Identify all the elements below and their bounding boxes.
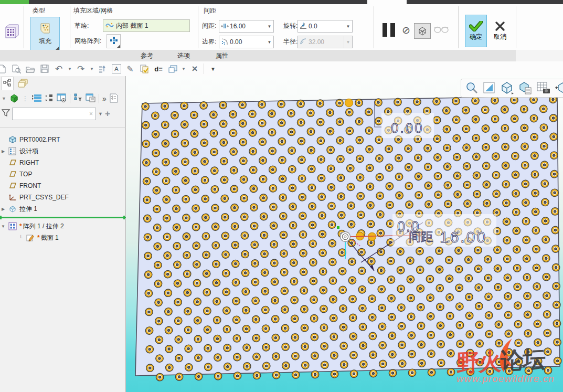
tab-properties[interactable]: 属性 [204,50,240,61]
cancel-x-icon [495,21,505,31]
tree-doc-icon[interactable] [110,93,118,104]
toolbar-more-icon[interactable]: » [102,94,107,103]
cancel-button[interactable]: 取消 [489,15,511,47]
tree-options-dropdown-icon[interactable]: ▼ [2,96,6,101]
toolbar-overflow-icon[interactable]: ▼ [208,63,218,74]
tree-filter-icon[interactable] [73,93,82,104]
model-tree-item[interactable]: PRT0002.PRT [0,134,126,145]
preview-geometry-toggle[interactable] [414,23,431,39]
filter-add-icon[interactable]: + [105,109,110,119]
model-tree-item[interactable]: ▶拉伸 1 [0,203,126,215]
boundary-value: 0.00 [230,38,265,46]
grid-array-button[interactable] [107,34,121,48]
spacing-group-label: 间距 [204,6,216,15]
modified-asterisk: * [37,234,40,241]
wireframe-box-icon [417,26,428,36]
open-folder-icon[interactable] [25,63,36,74]
model-tree-item[interactable]: ▶设计项 [0,145,126,157]
view-manager-icon[interactable] [518,81,532,96]
datum-plane-icon [8,182,17,190]
dimension-icon[interactable]: d= [153,63,164,74]
extrude-icon [8,205,17,213]
redo-icon[interactable]: ↷ [76,63,86,74]
save-icon[interactable] [39,63,50,74]
pattern-leader-selected[interactable] [345,99,353,107]
spacing-icon [219,22,230,30]
model-tree-item[interactable]: PRT_CSYS_DEF [0,192,126,203]
appearances-icon[interactable] [537,81,550,96]
pause-button[interactable] [381,22,397,38]
new-file-icon[interactable] [0,63,7,74]
tree-columns-icon[interactable] [57,93,67,104]
top-strip-gap [367,0,407,4]
boundary-label: 边界: [202,37,216,46]
file-menu-accent [0,0,29,4]
rotation-dropdown-arrow[interactable]: ▼ [344,20,352,32]
datum-plane-icon [8,170,17,178]
boundary-annotation[interactable]: 0.00 [391,120,424,136]
spacing-annotation-value[interactable]: 16.00 [440,228,487,246]
tree-expander-icon[interactable]: ▶ [0,149,6,154]
boundary-combo[interactable]: 0.00 ▼ [219,36,274,48]
annotate-icon[interactable]: A [112,64,121,73]
redo-dropdown-icon[interactable]: ▼ [90,63,94,74]
tree-filter-input[interactable]: × [12,108,96,120]
model-tree-list: PRT0002.PRT▶设计项RIGHTTOPFRONTPRT_CSYS_DEF… [0,134,126,243]
ok-button[interactable]: 确定 [465,15,487,47]
model-tree-item[interactable]: FRONT [0,180,126,192]
zoom-icon[interactable] [465,81,478,96]
tree-settings-icon[interactable] [86,93,95,104]
tree-expander-icon[interactable]: ▶ [0,207,6,211]
fill-type-button[interactable]: 填充 [30,17,60,51]
radius-label: 半径: [283,37,298,46]
pattern-leader-selected[interactable] [368,232,376,240]
regenerate-icon[interactable] [98,63,108,74]
layers-tab-icon[interactable] [18,78,28,89]
sketch-vertex[interactable] [337,226,339,229]
undo-dropdown-icon[interactable]: ▼ [68,63,72,74]
tree-expand-all-icon[interactable] [31,94,42,104]
sketch-collector-field[interactable]: 内部 截面 1 [103,19,190,32]
section-view-icon[interactable] [555,81,563,96]
tree-item-label: RIGHT [19,159,39,166]
no-preview-icon[interactable]: ⊘ [402,24,410,36]
pattern-icon [8,222,17,230]
named-views-icon[interactable] [500,81,514,96]
tab-references[interactable]: 参考 [129,50,165,61]
sketch-label: 草绘: [75,22,89,30]
rotation-combo[interactable]: 0.0 ▼ [298,20,353,33]
close-window-icon[interactable]: × [189,63,200,74]
model-view: 0.00 0.0 间距 16.00 [126,76,563,392]
boundary-icon [219,38,230,47]
grid-array-label: 网格阵列: [75,37,101,46]
windows-dropdown-icon[interactable]: ▼ [182,63,186,74]
model-tree-item[interactable]: RIGHT [0,157,126,168]
show-model-icon[interactable] [9,93,19,104]
filter-clear-icon[interactable]: × [89,110,95,118]
refit-icon[interactable] [483,81,495,96]
paste-special-icon[interactable] [139,63,150,74]
model-tree-tab-icon[interactable] [1,77,14,90]
insert-indicator-line[interactable] [0,217,126,218]
open-recent-icon[interactable] [11,63,22,74]
graphics-canvas[interactable]: 0.00 0.0 间距 16.00 野火论坛 www.proewil [126,76,563,392]
tree-item-label: FRONT [19,182,41,189]
windows-icon[interactable] [167,63,178,74]
model-tree-item[interactable]: ▼*阵列 1 / 拉伸 2 [0,220,126,232]
model-tree-item[interactable]: └*截面 1 [0,232,126,243]
sketch-value: 内部 截面 1 [116,22,148,30]
rotation-label: 旋转: [283,22,298,30]
filter-dropdown-icon[interactable]: ▼ [98,111,103,116]
tree-collapse-all-icon[interactable] [45,94,54,104]
boundary-dropdown-arrow[interactable]: ▼ [265,36,273,48]
tab-options[interactable]: 选项 [165,50,202,61]
filter-funnel-icon [2,109,10,119]
spacing-dropdown-arrow[interactable]: ▼ [265,20,273,32]
tree-expander-icon[interactable]: ▼ [0,224,6,229]
undo-icon[interactable]: ↶ [54,63,64,74]
cancel-label: 取消 [494,33,506,41]
spacing-combo[interactable]: 16.00 ▼ [219,20,274,33]
pattern-dashboard: 类型 填充 填充区域/网格 草绘: 内部 截面 1 网格阵列: [0,4,563,50]
model-tree-item[interactable]: TOP [0,168,126,180]
sketch-tool-icon[interactable]: ✎ [125,63,135,74]
